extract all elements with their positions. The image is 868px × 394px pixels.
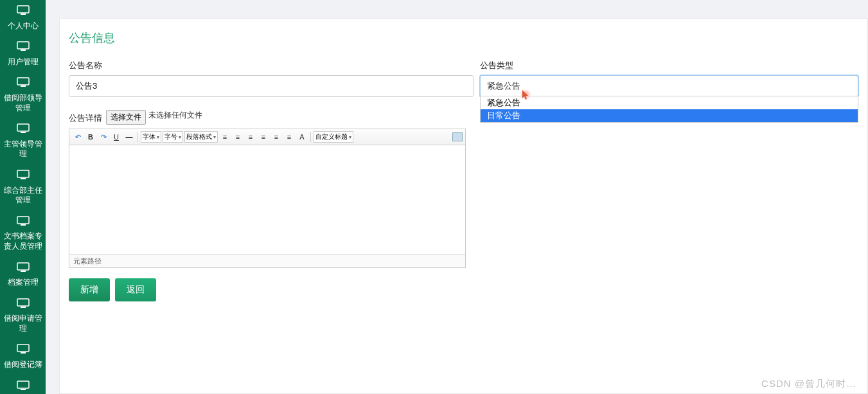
- monitor-icon: [17, 298, 30, 312]
- type-label: 公告类型: [480, 60, 858, 71]
- align-left-icon[interactable]: ≡: [219, 131, 231, 143]
- monitor-icon: [17, 381, 30, 394]
- file-status: 未选择任何文件: [148, 110, 202, 121]
- svg-rect-10: [17, 217, 29, 224]
- svg-rect-8: [17, 170, 29, 177]
- svg-rect-1: [21, 13, 26, 15]
- type-dropdown: 紧急公告 日常公告: [480, 96, 858, 123]
- size-select[interactable]: 字号▾: [163, 131, 183, 143]
- sidebar-item-notice[interactable]: 公告管理: [0, 375, 46, 394]
- svg-rect-12: [17, 263, 29, 270]
- font-select[interactable]: 字体▾: [141, 131, 161, 143]
- sidebar-item-borrow-leader[interactable]: 借阅部领导管理: [0, 72, 46, 118]
- editor-footer: 元素路径: [69, 255, 466, 268]
- type-select[interactable]: 紧急公告: [480, 75, 858, 97]
- svg-rect-19: [21, 389, 26, 390]
- sidebar-item-borrow-apply[interactable]: 借阅申请管理: [0, 293, 46, 339]
- monitor-icon: [17, 170, 30, 183]
- svg-rect-3: [21, 49, 26, 51]
- sidebar-item-label: 综合部主任管理: [1, 186, 44, 206]
- sidebar-item-archive[interactable]: 档案管理: [0, 257, 46, 293]
- monitor-icon: [17, 77, 30, 91]
- add-button[interactable]: 新增: [69, 278, 110, 301]
- sidebar-item-label: 借阅申请管理: [1, 314, 44, 334]
- svg-rect-16: [17, 345, 29, 352]
- type-option-daily[interactable]: 日常公告: [481, 109, 858, 122]
- bold-button[interactable]: B: [85, 131, 96, 143]
- page-title: 公告信息: [69, 30, 867, 46]
- underline-button[interactable]: U: [111, 131, 122, 143]
- svg-rect-4: [17, 78, 29, 85]
- detail-label: 公告详情: [69, 110, 102, 124]
- name-input[interactable]: [69, 75, 474, 97]
- svg-rect-14: [17, 299, 29, 306]
- sidebar-item-label: 借阅登记簿: [4, 360, 42, 370]
- toolbar-separator: [137, 132, 138, 142]
- svg-rect-17: [21, 352, 26, 354]
- toolbar-separator: [310, 132, 311, 142]
- monitor-icon: [17, 344, 30, 357]
- main-panel: 公告信息 公告名称 公告类型 紧急公告 紧急公告 日常公告 公告详情 选择文件 …: [59, 18, 868, 394]
- sidebar-item-label: 个人中心: [8, 21, 39, 31]
- sidebar-item-borrow-register[interactable]: 借阅登记簿: [0, 339, 46, 375]
- svg-rect-5: [21, 85, 26, 87]
- sidebar: 个人中心 用户管理 借阅部领导管理 主管领导管理 综合部主任管理 文书档案专责人…: [0, 0, 46, 394]
- monitor-icon: [17, 41, 30, 55]
- svg-rect-9: [21, 178, 26, 179]
- sidebar-item-label: 借阅部领导管理: [1, 93, 44, 113]
- editor-toolbar: ↶ B ↷ U — 字体▾ 字号▾ 段落格式▾ ≡ ≡ ≡ ≡ ≡ ≡ A 自定…: [69, 129, 466, 145]
- sidebar-item-director[interactable]: 综合部主任管理: [0, 165, 46, 211]
- type-option-urgent[interactable]: 紧急公告: [481, 96, 858, 109]
- sidebar-item-users[interactable]: 用户管理: [0, 36, 46, 72]
- strike-button[interactable]: —: [123, 131, 135, 143]
- monitor-icon: [17, 123, 30, 137]
- outdent-icon[interactable]: ≡: [283, 131, 295, 143]
- svg-rect-2: [17, 42, 29, 49]
- monitor-icon: [17, 5, 30, 19]
- svg-rect-6: [17, 124, 29, 131]
- rich-editor: ↶ B ↷ U — 字体▾ 字号▾ 段落格式▾ ≡ ≡ ≡ ≡ ≡ ≡ A 自定…: [69, 129, 466, 268]
- align-right-icon[interactable]: ≡: [245, 131, 256, 143]
- back-button[interactable]: 返回: [115, 278, 156, 301]
- indent-icon[interactable]: ≡: [270, 131, 282, 143]
- svg-rect-15: [21, 307, 26, 308]
- watermark: CSDN @曾几何时…: [761, 378, 856, 390]
- type-select-value: 紧急公告: [487, 81, 520, 91]
- sidebar-item-label: 文书档案专责人员管理: [1, 231, 44, 251]
- name-label: 公告名称: [69, 60, 474, 71]
- sidebar-item-supervisor[interactable]: 主管领导管理: [0, 118, 46, 165]
- svg-rect-11: [21, 224, 26, 226]
- choose-file-button[interactable]: 选择文件: [106, 110, 146, 125]
- svg-rect-0: [17, 6, 29, 13]
- para-select[interactable]: 段落格式▾: [184, 131, 218, 143]
- sidebar-item-label: 主管领导管理: [1, 139, 44, 159]
- editor-body[interactable]: [69, 145, 466, 255]
- align-center-icon[interactable]: ≡: [232, 131, 244, 143]
- custom-title-select[interactable]: 自定义标题▾: [314, 131, 353, 143]
- sidebar-item-label: 用户管理: [8, 57, 39, 67]
- monitor-icon: [17, 216, 30, 229]
- sidebar-item-archive-staff[interactable]: 文书档案专责人员管理: [0, 211, 46, 257]
- align-justify-icon[interactable]: ≡: [258, 131, 269, 143]
- svg-rect-13: [21, 271, 26, 272]
- fullscreen-icon[interactable]: [452, 132, 463, 141]
- undo-icon[interactable]: ↶: [72, 131, 84, 143]
- redo-icon[interactable]: ↷: [98, 131, 109, 143]
- svg-rect-7: [21, 132, 26, 133]
- sidebar-item-personal[interactable]: 个人中心: [0, 0, 46, 36]
- font-color-button[interactable]: A: [296, 131, 308, 143]
- monitor-icon: [17, 262, 30, 276]
- svg-rect-18: [17, 381, 29, 388]
- sidebar-item-label: 档案管理: [8, 278, 39, 288]
